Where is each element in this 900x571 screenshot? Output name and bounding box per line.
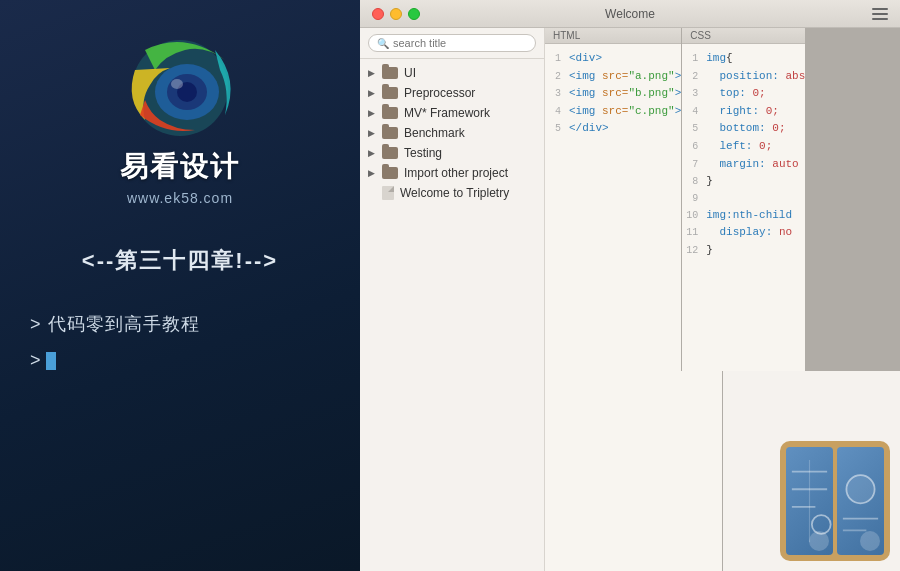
cursor-block [46, 352, 56, 370]
subtitle-line-1: > 代码零到高手教程 [30, 306, 340, 342]
tree-arrow: ▶ [368, 128, 376, 138]
tree-item-label: MV* Framework [404, 106, 490, 120]
bottom-left-pane [545, 371, 722, 571]
code-line: 6 left: 0; [682, 138, 805, 156]
code-line: 2 position: abs [682, 68, 805, 86]
code-line: 9 [682, 191, 805, 207]
folder-icon [382, 107, 398, 119]
code-line: 11 display: no [682, 224, 805, 242]
code-line: 4 <img src="c.png"> [545, 103, 681, 121]
css-code-content[interactable]: 1 img{ 2 position: abs 3 top: 0; 4 [682, 44, 805, 371]
tree-item-label: Benchmark [404, 126, 465, 140]
code-line: 5 </div> [545, 120, 681, 138]
left-panel: 易看设计 www.ek58.com <--第三十四章!--> > 代码零到高手教… [0, 0, 360, 571]
tree-item-testing[interactable]: ▶ Testing [360, 143, 544, 163]
tree-item-label: Preprocessor [404, 86, 475, 100]
tree-item-label: Welcome to Tripletry [400, 186, 509, 200]
code-line: 3 <img src="b.png"> [545, 85, 681, 103]
search-input[interactable] [393, 37, 527, 49]
tree-item-import[interactable]: ▶ Import other project [360, 163, 544, 183]
css-pane-header: CSS [682, 28, 805, 44]
code-line: 12 } [682, 242, 805, 260]
brand-url: www.ek58.com [127, 190, 233, 206]
search-bar: 🔍 [360, 28, 544, 59]
tree-item-ui[interactable]: ▶ UI [360, 63, 544, 83]
hamburger-line [872, 18, 888, 20]
tree-item-welcome[interactable]: ▶ Welcome to Tripletry [360, 183, 544, 203]
minimize-button[interactable] [390, 8, 402, 20]
window-title: Welcome [605, 7, 655, 21]
search-input-wrap[interactable]: 🔍 [368, 34, 536, 52]
traffic-lights [372, 8, 420, 20]
subtitle-area: > 代码零到高手教程 > [20, 306, 340, 378]
tree-arrow: ▶ [368, 108, 376, 118]
folder-icon [382, 127, 398, 139]
tree-items: ▶ UI ▶ Preprocessor ▶ MV* Framework [360, 59, 544, 571]
tree-item-label: Testing [404, 146, 442, 160]
right-panel: Welcome 🔍 ▶ UI [360, 0, 900, 571]
html-pane-header: HTML [545, 28, 681, 44]
folder-icon [382, 167, 398, 179]
css-pane: CSS 1 img{ 2 position: abs 3 top: 0; [682, 28, 805, 371]
logo-area: 易看设计 www.ek58.com [115, 30, 245, 206]
code-line: 4 right: 0; [682, 103, 805, 121]
svg-point-10 [846, 475, 874, 503]
code-line: 2 <img src="a.png"> [545, 68, 681, 86]
html-pane: HTML 1 <div> 2 <img src="a.png"> 3 <img [545, 28, 681, 371]
code-line: 5 bottom: 0; [682, 120, 805, 138]
tree-arrow: ▶ [368, 88, 376, 98]
illustration-pane [723, 371, 900, 571]
maximize-button[interactable] [408, 8, 420, 20]
code-line: 1 img{ [682, 50, 805, 68]
file-icon [382, 186, 394, 200]
code-line: 10 img:nth-child [682, 207, 805, 225]
tree-arrow: ▶ [368, 68, 376, 78]
window-chrome: Welcome [360, 0, 900, 28]
hamburger-button[interactable] [872, 8, 888, 20]
code-line: 7 margin: auto [682, 156, 805, 174]
tree-item-label: UI [404, 66, 416, 80]
code-line: 3 top: 0; [682, 85, 805, 103]
card-slot-left [786, 447, 833, 555]
svg-point-4 [171, 79, 183, 89]
search-icon: 🔍 [377, 38, 389, 49]
code-line: 1 <div> [545, 50, 681, 68]
subtitle-line-2: > [30, 342, 340, 378]
svg-point-8 [812, 515, 831, 534]
hamburger-line [872, 8, 888, 10]
file-tree: 🔍 ▶ UI ▶ Preprocessor [360, 28, 545, 571]
ide-body: 🔍 ▶ UI ▶ Preprocessor [360, 28, 900, 571]
code-line: 8 } [682, 173, 805, 191]
card-illustration [780, 441, 890, 561]
tree-item-mvframework[interactable]: ▶ MV* Framework [360, 103, 544, 123]
folder-icon [382, 147, 398, 159]
folder-icon [382, 67, 398, 79]
logo-graphic [115, 30, 245, 140]
html-code-content[interactable]: 1 <div> 2 <img src="a.png"> 3 <img src="… [545, 44, 681, 371]
chapter-title: <--第三十四章!--> [82, 246, 278, 276]
tree-item-preprocessor[interactable]: ▶ Preprocessor [360, 83, 544, 103]
hamburger-line [872, 13, 888, 15]
tree-arrow: ▶ [368, 168, 376, 178]
folder-icon [382, 87, 398, 99]
tree-item-label: Import other project [404, 166, 508, 180]
close-button[interactable] [372, 8, 384, 20]
tree-item-benchmark[interactable]: ▶ Benchmark [360, 123, 544, 143]
card-slot-right [837, 447, 884, 555]
brand-name: 易看设计 [120, 148, 240, 186]
tree-arrow: ▶ [368, 148, 376, 158]
